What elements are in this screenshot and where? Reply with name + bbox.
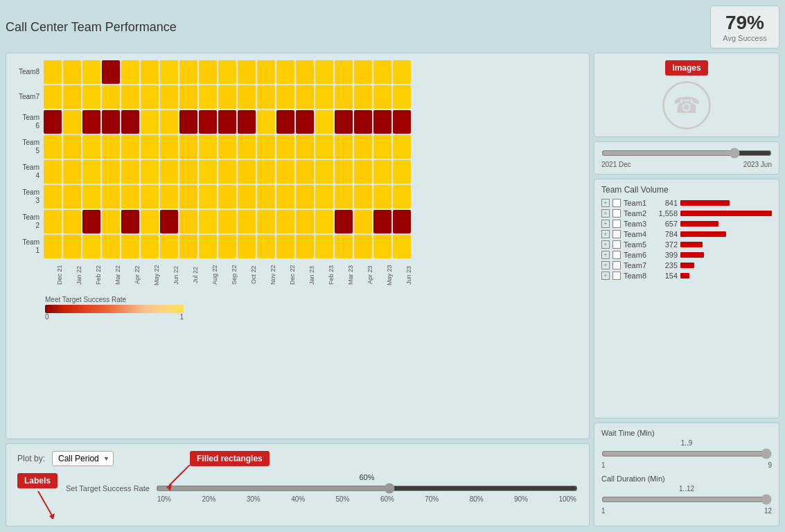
heatmap-cell[interactable]	[354, 235, 372, 258]
heatmap-cell[interactable]	[296, 160, 314, 184]
heatmap-cell[interactable]	[141, 185, 159, 209]
team-checkbox[interactable]	[612, 272, 621, 280]
team-checkbox[interactable]	[612, 230, 621, 238]
heatmap-cell[interactable]	[179, 135, 197, 159]
heatmap-cell[interactable]	[121, 210, 139, 233]
heatmap-cell[interactable]	[102, 135, 120, 159]
heatmap-cell[interactable]	[296, 135, 314, 159]
heatmap-cell[interactable]	[296, 85, 314, 109]
heatmap-cell[interactable]	[276, 235, 294, 258]
team-expand-icon[interactable]: +	[601, 272, 610, 280]
heatmap-cell[interactable]	[393, 210, 411, 233]
heatmap-cell[interactable]	[82, 85, 100, 109]
heatmap-cell[interactable]	[354, 210, 372, 233]
heatmap-cell[interactable]	[63, 160, 81, 184]
heatmap-cell[interactable]	[276, 60, 294, 84]
heatmap-cell[interactable]	[179, 85, 197, 109]
heatmap-cell[interactable]	[141, 235, 159, 258]
heatmap-cell[interactable]	[121, 235, 139, 258]
heatmap-cell[interactable]	[335, 135, 353, 159]
heatmap-cell[interactable]	[257, 60, 275, 84]
heatmap-cell[interactable]	[199, 235, 217, 258]
heatmap-cell[interactable]	[257, 110, 275, 134]
heatmap-cell[interactable]	[160, 160, 178, 184]
heatmap-cell[interactable]	[335, 85, 353, 109]
heatmap-cell[interactable]	[199, 135, 217, 159]
heatmap-cell[interactable]	[179, 235, 197, 258]
heatmap-cell[interactable]	[44, 110, 62, 134]
heatmap-cell[interactable]	[160, 135, 178, 159]
heatmap-cell[interactable]	[354, 110, 372, 134]
heatmap-cell[interactable]	[179, 110, 197, 134]
heatmap-cell[interactable]	[238, 185, 256, 209]
heatmap-cell[interactable]	[276, 135, 294, 159]
heatmap-cell[interactable]	[393, 85, 411, 109]
heatmap-cell[interactable]	[257, 235, 275, 258]
heatmap-cell[interactable]	[141, 210, 159, 233]
heatmap-cell[interactable]	[315, 60, 333, 84]
heatmap-cell[interactable]	[160, 60, 178, 84]
heatmap-cell[interactable]	[179, 185, 197, 209]
heatmap-cell[interactable]	[63, 185, 81, 209]
heatmap-cell[interactable]	[44, 210, 62, 233]
heatmap-cell[interactable]	[102, 210, 120, 233]
heatmap-cell[interactable]	[393, 60, 411, 84]
date-range-slider[interactable]	[601, 148, 772, 159]
heatmap-cell[interactable]	[238, 135, 256, 159]
heatmap-cell[interactable]	[393, 110, 411, 134]
heatmap-cell[interactable]	[199, 160, 217, 184]
heatmap-cell[interactable]	[257, 160, 275, 184]
heatmap-cell[interactable]	[218, 60, 236, 84]
heatmap-cell[interactable]	[335, 160, 353, 184]
heatmap-cell[interactable]	[82, 60, 100, 84]
team-checkbox[interactable]	[612, 209, 621, 218]
heatmap-cell[interactable]	[218, 135, 236, 159]
heatmap-cell[interactable]	[63, 135, 81, 159]
heatmap-cell[interactable]	[238, 210, 256, 233]
team-checkbox[interactable]	[612, 199, 621, 207]
team-checkbox[interactable]	[612, 220, 621, 228]
team-expand-icon[interactable]: +	[601, 209, 610, 218]
heatmap-cell[interactable]	[160, 110, 178, 134]
heatmap-cell[interactable]	[179, 60, 197, 84]
heatmap-cell[interactable]	[121, 60, 139, 84]
heatmap-cell[interactable]	[160, 210, 178, 233]
team-expand-icon[interactable]: +	[601, 230, 610, 238]
heatmap-cell[interactable]	[315, 135, 333, 159]
heatmap-cell[interactable]	[141, 60, 159, 84]
heatmap-cell[interactable]	[393, 160, 411, 184]
heatmap-cell[interactable]	[373, 235, 391, 258]
heatmap-cell[interactable]	[296, 185, 314, 209]
heatmap-cell[interactable]	[354, 185, 372, 209]
heatmap-cell[interactable]	[296, 60, 314, 84]
heatmap-cell[interactable]	[373, 160, 391, 184]
heatmap-cell[interactable]	[44, 60, 62, 84]
heatmap-cell[interactable]	[335, 185, 353, 209]
heatmap-cell[interactable]	[141, 85, 159, 109]
heatmap-cell[interactable]	[141, 135, 159, 159]
heatmap-cell[interactable]	[296, 110, 314, 134]
heatmap-cell[interactable]	[102, 85, 120, 109]
heatmap-cell[interactable]	[82, 235, 100, 258]
heatmap-cell[interactable]	[257, 210, 275, 233]
heatmap-cell[interactable]	[44, 235, 62, 258]
heatmap-cell[interactable]	[160, 85, 178, 109]
heatmap-cell[interactable]	[373, 210, 391, 233]
heatmap-cell[interactable]	[218, 235, 236, 258]
heatmap-cell[interactable]	[238, 160, 256, 184]
plot-by-wrapper[interactable]: Call PeriodTeamAgent	[52, 451, 114, 466]
heatmap-cell[interactable]	[199, 210, 217, 233]
team-expand-icon[interactable]: +	[601, 199, 610, 207]
call-duration-slider[interactable]	[601, 494, 772, 505]
heatmap-cell[interactable]	[296, 210, 314, 233]
heatmap-cell[interactable]	[44, 160, 62, 184]
heatmap-cell[interactable]	[102, 185, 120, 209]
team-checkbox[interactable]	[612, 251, 621, 259]
heatmap-cell[interactable]	[218, 110, 236, 134]
heatmap-cell[interactable]	[373, 110, 391, 134]
heatmap-cell[interactable]	[296, 235, 314, 258]
team-expand-icon[interactable]: +	[601, 240, 610, 249]
heatmap-cell[interactable]	[354, 135, 372, 159]
heatmap-cell[interactable]	[141, 110, 159, 134]
heatmap-cell[interactable]	[121, 135, 139, 159]
